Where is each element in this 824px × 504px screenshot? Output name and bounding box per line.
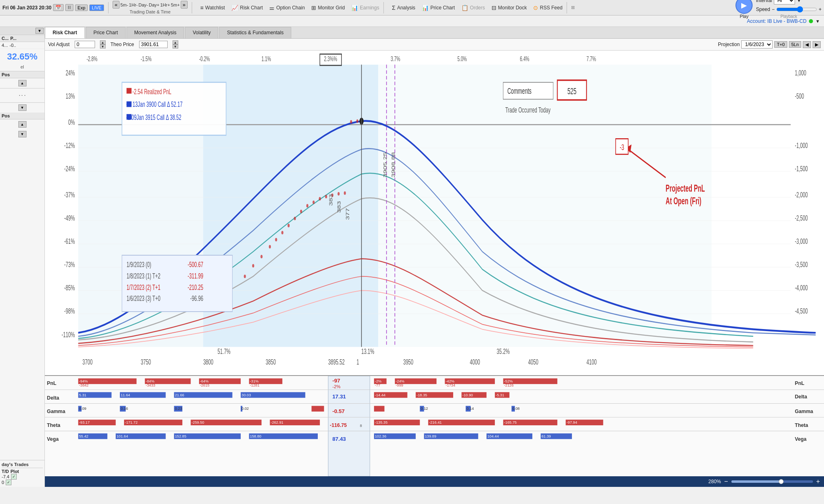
- analysis-label: Analysis: [397, 5, 415, 11]
- pnl-percentage: 32.65%: [0, 49, 44, 64]
- play-icon: ▶: [741, 1, 747, 10]
- option-chain-icon: ⚌: [269, 4, 275, 11]
- svg-text:-77: -77: [375, 383, 380, 387]
- exp-btn[interactable]: Exp: [75, 4, 88, 11]
- tab-volatility[interactable]: Volatility: [185, 27, 218, 38]
- rss-icon: ⊙: [533, 4, 538, 11]
- sidebar-collapse-btn[interactable]: ▼: [35, 28, 44, 34]
- zoom-plus-btn[interactable]: +: [816, 478, 820, 485]
- svg-text:-10.90: -10.90: [462, 393, 473, 397]
- svg-point-58: [261, 255, 263, 259]
- trade1-checkbox[interactable]: ✓: [11, 474, 17, 480]
- nav-left[interactable]: «: [113, 1, 120, 9]
- speed-minus: −: [772, 7, 775, 12]
- svg-text:1/7/2023 (2) T+1: 1/7/2023 (2) T+1: [126, 283, 160, 292]
- vol-adjust-up[interactable]: ▲: [100, 40, 106, 44]
- svg-text:-52%: -52%: [504, 379, 513, 383]
- svg-text:13.1%: 13.1%: [361, 347, 374, 356]
- proj-5ln-btn[interactable]: 5Ln: [789, 41, 801, 48]
- svg-text:PnL: PnL: [47, 380, 56, 386]
- svg-text:-2%: -2%: [375, 379, 381, 383]
- proj-next-btn[interactable]: ▶: [813, 41, 821, 48]
- sidebar-col-p: P...: [10, 36, 16, 41]
- svg-rect-91: [126, 102, 131, 107]
- scroll-up-btn[interactable]: ▲: [18, 80, 27, 86]
- today-trades-label: day's Trades: [2, 462, 43, 468]
- svg-text:152.85: 152.85: [175, 434, 186, 438]
- svg-text:383: 383: [328, 194, 333, 206]
- svg-text:-12%: -12%: [64, 141, 75, 150]
- scroll-down-btn[interactable]: ▼: [18, 104, 27, 111]
- theo-price-input[interactable]: [139, 41, 168, 48]
- svg-text:-4,000: -4,000: [795, 283, 808, 292]
- svg-text:383: 383: [337, 201, 342, 213]
- speed-slider[interactable]: [776, 6, 817, 13]
- menu-risk-chart[interactable]: 📈 Risk Chart: [231, 4, 263, 11]
- svg-point-68: [325, 195, 327, 199]
- svg-text:-3433: -3433: [146, 383, 155, 387]
- trading-date-time-label: Trading Date & Time: [130, 9, 171, 14]
- projection-date-select[interactable]: 1/6/2023: [741, 40, 773, 49]
- svg-text:Delta: Delta: [47, 395, 59, 401]
- rss-label: RSS Feed: [540, 5, 562, 11]
- theo-price-up[interactable]: ▲: [173, 40, 178, 44]
- svg-text:158.80: 158.80: [250, 434, 261, 438]
- menu-monitor-dock[interactable]: ⊟ Monitor Dock: [492, 4, 527, 11]
- zoom-minus-btn[interactable]: −: [724, 478, 728, 485]
- menu-monitor-grid[interactable]: ⊞ Monitor Grid: [311, 4, 345, 11]
- svg-text:-94%: -94%: [79, 379, 88, 383]
- nav-5m-plus: 5m+: [171, 2, 180, 7]
- svg-text:1: 1: [357, 358, 359, 366]
- monitor-grid-icon: ⊞: [311, 4, 316, 11]
- scroll-down-btn2[interactable]: ▼: [18, 131, 27, 137]
- calendar-btn[interactable]: 📅: [53, 4, 64, 11]
- three-dots-icon[interactable]: ⋮: [18, 92, 27, 99]
- svg-text:-97.94: -97.94: [567, 420, 577, 424]
- svg-point-65: [306, 204, 308, 208]
- vol-adjust-input[interactable]: [75, 41, 95, 48]
- menu-option-chain[interactable]: ⚌ Option Chain: [269, 4, 305, 11]
- tab-price-chart[interactable]: Price Chart: [86, 27, 126, 38]
- svg-text:At Open (Fri): At Open (Fri): [666, 195, 701, 206]
- vol-adjust-down[interactable]: ▼: [100, 44, 106, 49]
- svg-text:-5.31: -5.31: [496, 393, 504, 397]
- interval-select[interactable]: Hr1m5mDay: [774, 0, 795, 4]
- tab-statistics[interactable]: Statistics & Fundamentals: [219, 27, 291, 38]
- analysis-icon: Σ: [392, 4, 396, 11]
- tab-risk-chart[interactable]: Risk Chart: [45, 27, 85, 38]
- svg-text:139.89: 139.89: [425, 434, 436, 438]
- menu-price-chart[interactable]: 📊 Price Chart: [422, 4, 455, 11]
- proj-prev-btn[interactable]: ◀: [803, 41, 811, 48]
- svg-text:-3: -3: [620, 143, 624, 152]
- svg-text:102.36: 102.36: [375, 434, 386, 438]
- trade2-checkbox[interactable]: ✓: [6, 480, 11, 485]
- proj-t0-btn[interactable]: T+0: [774, 41, 787, 48]
- menu-analysis[interactable]: Σ Analysis: [392, 4, 415, 11]
- svg-text:2.3%%: 2.3%%: [324, 55, 337, 62]
- svg-point-56: [244, 274, 246, 278]
- svg-text:3700: 3700: [82, 358, 93, 366]
- bars-btn[interactable]: ⁞⁞: [65, 4, 73, 11]
- svg-text:0%: 0%: [68, 118, 75, 126]
- tab-movement-analysis[interactable]: Movement Analysis: [126, 27, 184, 38]
- zoom-slider-thumb[interactable]: [779, 479, 784, 484]
- menu-rss-feed[interactable]: ⊙ RSS Feed: [533, 4, 562, 11]
- nav-right[interactable]: »: [181, 1, 188, 9]
- toolbar-main: Fri 06 Jan 2023 20:30 📅 ⁞⁞ Exp LIVE « 5m…: [0, 0, 824, 15]
- svg-text:-85%: -85%: [64, 283, 75, 292]
- scroll-up-btn2[interactable]: ▲: [18, 121, 27, 128]
- svg-text:-165.75: -165.75: [504, 420, 517, 424]
- svg-point-71: [344, 191, 346, 195]
- live-btn[interactable]: LIVE: [89, 4, 104, 11]
- menu-watchlist[interactable]: ≡ Watchlist: [200, 4, 225, 11]
- theo-price-down[interactable]: ▼: [173, 44, 178, 49]
- account-dropdown-icon[interactable]: ▼: [815, 19, 820, 24]
- svg-text:-98%: -98%: [64, 307, 75, 315]
- datetime-display: Fri 06 Jan 2023 20:30 📅 ⁞⁞ Exp LIVE: [2, 4, 104, 11]
- play-button[interactable]: ▶: [735, 0, 753, 14]
- svg-text:-42%: -42%: [446, 379, 454, 383]
- svg-text:30.03: 30.03: [241, 393, 251, 397]
- zoom-slider-track[interactable]: [731, 480, 813, 483]
- playback-section: ▶ Play Interval Hr1m5mDay ▼ Speed − + Pl…: [735, 0, 822, 19]
- earnings-icon: 📊: [351, 4, 358, 11]
